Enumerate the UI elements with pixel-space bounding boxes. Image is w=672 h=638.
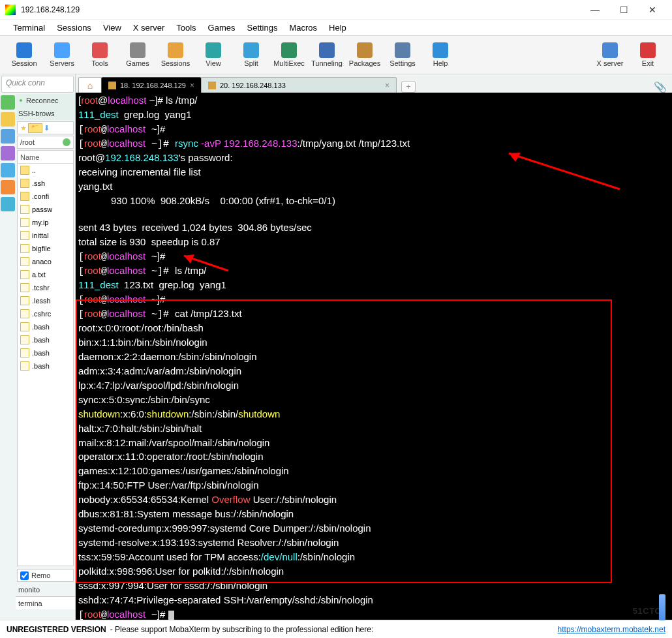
- session-icon: [16, 42, 32, 58]
- tab-close-icon[interactable]: ×: [385, 81, 389, 90]
- sessions-icon: [168, 42, 183, 58]
- tool-split[interactable]: Split: [232, 42, 270, 67]
- file-icon: [20, 218, 29, 227]
- sidebar-tool-3[interactable]: [1, 146, 15, 160]
- file-row[interactable]: .bash: [18, 320, 73, 333]
- sidebar-tool-6[interactable]: [1, 197, 15, 211]
- menu-view[interactable]: View: [98, 22, 127, 34]
- file-row[interactable]: my.ip: [18, 216, 73, 229]
- tab-home[interactable]: ⌂: [78, 77, 102, 93]
- file-row[interactable]: ..: [18, 164, 73, 177]
- tunneling-icon: [319, 42, 335, 58]
- file-row[interactable]: inittal: [18, 229, 73, 242]
- multiexec-icon: [281, 42, 297, 58]
- file-row[interactable]: .bash: [18, 359, 73, 372]
- file-row[interactable]: passw: [18, 203, 73, 216]
- main-row: Quick conn Reconnec SSH-brows ★ 📁 ⬇ /roo…: [0, 74, 672, 620]
- file-icon: [20, 309, 29, 318]
- minimize-button[interactable]: —: [581, 0, 609, 20]
- session-icon: [208, 82, 216, 89]
- ssh-browser-label[interactable]: SSH-brows: [18, 110, 55, 117]
- file-row[interactable]: .confi: [18, 190, 73, 203]
- quick-connect-input[interactable]: Quick conn: [1, 76, 74, 93]
- menu-games[interactable]: Games: [203, 22, 241, 34]
- new-tab-button[interactable]: +: [401, 81, 416, 93]
- file-row[interactable]: .ssh: [18, 177, 73, 190]
- close-button[interactable]: ✕: [638, 0, 667, 20]
- tool-view[interactable]: View: [194, 42, 232, 67]
- terminal-output[interactable]: [root@localhost ~]# ls /tmp/ 111_dest gr…: [76, 93, 672, 620]
- folder-icon[interactable]: 📁: [28, 123, 42, 133]
- paperclip-icon[interactable]: 📎: [654, 81, 665, 93]
- file-row[interactable]: .tcshr: [18, 281, 73, 294]
- file-icon: [20, 335, 29, 344]
- menu-tools[interactable]: Tools: [171, 22, 201, 34]
- file-icon: [20, 322, 29, 331]
- file-icon: [20, 244, 29, 253]
- path-ok-icon: [63, 138, 70, 146]
- tool-servers[interactable]: Servers: [43, 42, 81, 67]
- tab-active[interactable]: 18. 192.168.248.129 ×: [101, 77, 202, 93]
- file-icon: [20, 231, 29, 240]
- packages-icon: [357, 42, 373, 58]
- tool-multiexec[interactable]: MultiExec: [270, 42, 308, 67]
- sidebar-tool-2[interactable]: [1, 129, 15, 144]
- menu-sessions[interactable]: Sessions: [52, 22, 97, 34]
- sidebar-icon-strip: [0, 94, 16, 609]
- menu-xserver[interactable]: X server: [128, 22, 170, 34]
- x server-icon: [602, 42, 618, 58]
- reconnect-label[interactable]: Reconnec: [26, 97, 59, 104]
- menu-settings[interactable]: Settings: [242, 22, 283, 34]
- tool-sessions[interactable]: Sessions: [157, 42, 194, 67]
- sidebar-tool-5[interactable]: [1, 180, 15, 194]
- sidebar-tool-4[interactable]: [1, 163, 15, 177]
- menu-macros[interactable]: Macros: [284, 22, 322, 34]
- file-row[interactable]: a.txt: [18, 268, 73, 281]
- file-row[interactable]: .bash: [18, 346, 73, 359]
- reconnect-icon: [18, 98, 23, 103]
- tab-close-icon[interactable]: ×: [190, 81, 194, 90]
- file-row[interactable]: bigfile: [18, 242, 73, 255]
- tab-other[interactable]: 20. 192.168.248.133 ×: [201, 77, 397, 93]
- toolbar: SessionServersToolsGamesSessionsViewSpli…: [0, 35, 672, 74]
- file-icon: [20, 296, 29, 305]
- menu-help[interactable]: Help: [324, 22, 352, 34]
- games-icon: [130, 42, 145, 58]
- exit-icon: [640, 42, 656, 58]
- sidebar-tool-0[interactable]: [1, 95, 15, 110]
- monitor-label: monito: [18, 586, 40, 594]
- tool-games[interactable]: Games: [119, 42, 157, 67]
- footer-link[interactable]: https://mobaxterm.mobatek.net: [558, 625, 665, 634]
- file-icon: [20, 205, 29, 214]
- file-icon: [20, 283, 29, 292]
- session-icon: [108, 82, 116, 89]
- tab-other-label: 20. 192.168.248.133: [220, 82, 286, 89]
- file-row[interactable]: .lessh: [18, 294, 73, 307]
- servers-icon: [54, 42, 70, 58]
- tool-session[interactable]: Session: [5, 42, 43, 67]
- remote-monitor-checkbox[interactable]: [20, 571, 29, 580]
- file-row[interactable]: .cshrc: [18, 307, 73, 320]
- folder-icon: [20, 179, 29, 188]
- tool-exit[interactable]: Exit: [629, 42, 667, 67]
- maximize-button[interactable]: ☐: [609, 0, 638, 20]
- path-input[interactable]: /root: [20, 138, 35, 146]
- name-header[interactable]: Name: [18, 151, 73, 164]
- tool-tools[interactable]: Tools: [81, 42, 119, 67]
- tool-x-server[interactable]: X server: [591, 42, 629, 67]
- sidebar-tool-1[interactable]: [1, 112, 15, 127]
- home-icon: ⌂: [87, 80, 93, 91]
- file-row[interactable]: .bash: [18, 333, 73, 346]
- terminal-area: ⌂ 18. 192.168.248.129 × 20. 192.168.248.…: [76, 74, 672, 620]
- tool-packages[interactable]: Packages: [346, 42, 384, 67]
- menu-bar: Terminal Sessions View X server Tools Ga…: [0, 20, 672, 35]
- folder-icon: [20, 166, 29, 175]
- file-row[interactable]: anaco: [18, 255, 73, 268]
- scrollbar[interactable]: [659, 594, 665, 620]
- menu-terminal[interactable]: Terminal: [8, 22, 50, 34]
- tool-tunneling[interactable]: Tunneling: [308, 42, 346, 67]
- tool-settings[interactable]: Settings: [384, 42, 421, 67]
- tool-help[interactable]: Help: [421, 42, 459, 67]
- download-icon[interactable]: ⬇: [44, 124, 50, 132]
- file-icon: [20, 361, 29, 371]
